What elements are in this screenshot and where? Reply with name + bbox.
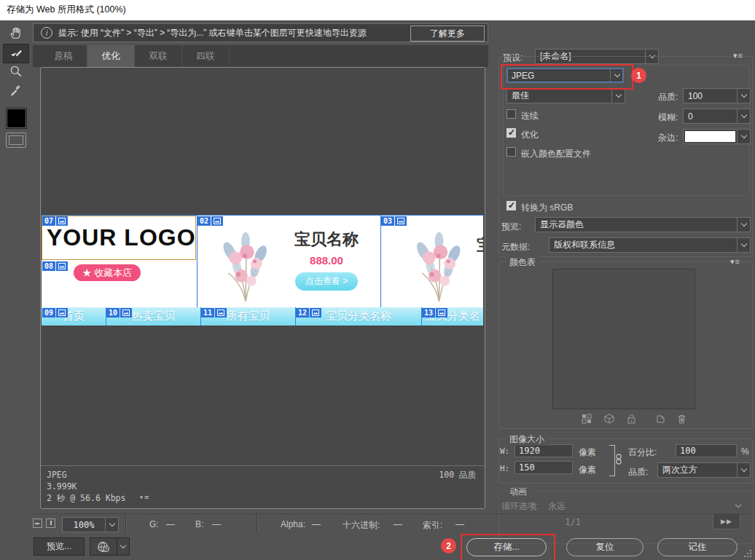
flower-bouquet-left bbox=[206, 218, 286, 304]
link-chain-icon[interactable] bbox=[614, 454, 623, 468]
slice-image-icon bbox=[211, 216, 223, 226]
matte-white-swatch bbox=[685, 131, 735, 142]
width-input[interactable] bbox=[515, 444, 573, 457]
delete-color-icon[interactable] bbox=[676, 412, 688, 425]
convert-srgb-checkbox[interactable] bbox=[506, 201, 516, 210]
tab-optimized[interactable]: 优化 bbox=[87, 45, 135, 67]
color-table-swatches-area[interactable] bbox=[552, 269, 695, 409]
quality-readout: 100 品质 bbox=[439, 470, 476, 481]
snap-to-web-palette-icon[interactable] bbox=[580, 412, 592, 425]
download-time-readout: 2 秒 @ 56.6 Kbps bbox=[47, 493, 125, 504]
slice-badge-09[interactable]: 09 bbox=[42, 308, 68, 318]
blur-dropdown[interactable]: 0 bbox=[683, 109, 751, 124]
statusbar-toggle-a[interactable] bbox=[33, 518, 42, 528]
matte-dropdown[interactable] bbox=[683, 129, 751, 144]
eyedropper-tool-button[interactable] bbox=[4, 82, 28, 100]
loop-options-chevron-icon[interactable] bbox=[732, 500, 744, 512]
chevron-down-icon bbox=[610, 68, 623, 82]
slice-badge-08[interactable]: 08 bbox=[42, 261, 68, 271]
tip-text: 提示: 使用 “文件” > “导出” > “导出为...” 或右键单击某个图层可… bbox=[58, 27, 367, 39]
slice-badge-13[interactable]: 13 bbox=[422, 308, 447, 318]
browser-globe-icon[interactable]: ? bbox=[90, 538, 117, 555]
chevron-down-icon bbox=[105, 518, 118, 532]
select-browser-combo[interactable]: ? bbox=[90, 537, 130, 556]
slice-badge-07[interactable]: 07 bbox=[42, 216, 68, 226]
toggle-slices-visibility-button[interactable] bbox=[6, 133, 26, 148]
step2-badge: 2 bbox=[441, 538, 456, 553]
convert-srgb-label: 转换为 sRGB bbox=[521, 202, 573, 214]
zoom-tool-button[interactable] bbox=[4, 63, 28, 82]
bottom-status-bar: 100% G: — B: — Alpha: — 十六进制: — 索引: — bbox=[33, 513, 755, 534]
color-table-menu-icon[interactable]: ▾≡ bbox=[730, 257, 740, 267]
progressive-label: 连续 bbox=[521, 110, 539, 122]
metadata-label: 元数据: bbox=[501, 241, 530, 253]
tab-2up[interactable]: 双联 bbox=[135, 45, 182, 67]
slice-badge-03[interactable]: 03 bbox=[381, 216, 407, 226]
embed-profile-checkbox[interactable] bbox=[506, 147, 516, 157]
slice-badge-12[interactable]: 12 bbox=[296, 308, 321, 318]
divider bbox=[257, 515, 258, 532]
resample-quality-dropdown[interactable]: 两次立方 bbox=[657, 462, 751, 478]
animation-header: 动画 bbox=[506, 486, 531, 498]
web-shift-cube-icon[interactable] bbox=[603, 412, 615, 425]
metadata-dropdown[interactable]: 版权和联系信息 bbox=[549, 237, 751, 253]
matte-color-swatch[interactable] bbox=[6, 108, 27, 129]
slice-badge-10[interactable]: 10 bbox=[106, 308, 132, 318]
optimized-checkbox[interactable] bbox=[506, 128, 516, 138]
compression-dropdown[interactable]: 最佳 bbox=[506, 88, 625, 103]
height-label: H: bbox=[500, 464, 509, 473]
remember-button[interactable]: 记住 bbox=[657, 538, 738, 556]
percent-label: 百分比: bbox=[628, 446, 657, 459]
chevron-down-icon bbox=[737, 218, 750, 232]
percent-input[interactable] bbox=[676, 444, 737, 457]
hand-tool-button[interactable] bbox=[4, 25, 28, 43]
matte-label: 杂边: bbox=[658, 132, 678, 144]
loop-options-value: 永远 bbox=[548, 500, 566, 513]
preview-tabstrip: 原稿 优化 双联 四联 bbox=[33, 45, 488, 67]
hex-value: — bbox=[394, 519, 402, 529]
index-value: — bbox=[455, 519, 464, 529]
preview-color-dropdown[interactable]: 显示器颜色 bbox=[535, 217, 751, 232]
chevron-down-icon bbox=[611, 89, 625, 103]
preview-canvas[interactable]: YOUR LOGO ★ 收藏本店 宝贝名称 888.00 点击查看 > 宝 首页… bbox=[40, 67, 485, 509]
new-color-icon[interactable] bbox=[654, 412, 666, 425]
lock-color-icon[interactable] bbox=[625, 412, 638, 425]
height-unit: 像素 bbox=[579, 464, 596, 476]
alpha-value: — bbox=[312, 519, 321, 529]
g-label: G: bbox=[149, 519, 159, 529]
slice-image-icon bbox=[120, 308, 132, 318]
chevron-down-icon bbox=[737, 238, 750, 252]
learn-more-button[interactable]: 了解更多 bbox=[410, 25, 485, 42]
slice-badge-02[interactable]: 02 bbox=[197, 216, 223, 226]
preset-menu-icon[interactable]: ▾≡ bbox=[733, 51, 743, 60]
info-icon: i bbox=[41, 27, 52, 39]
quality-dropdown[interactable]: 100 bbox=[683, 88, 751, 103]
format-dropdown[interactable]: JPEG bbox=[506, 68, 624, 83]
slice-badge-11[interactable]: 11 bbox=[201, 308, 227, 318]
preview-in-browser-button[interactable]: 预览... bbox=[34, 537, 85, 556]
reset-button[interactable]: 复位 bbox=[566, 538, 643, 556]
save-for-web-dialog: 存储为 Web 所用格式 (100%) i 提示: 使用 “文件” > “导出”… bbox=[0, 0, 755, 560]
product-block: 宝贝名称 888.00 点击查看 > bbox=[282, 229, 371, 291]
banner-logo-text: YOUR LOGO bbox=[47, 224, 196, 251]
tab-4up[interactable]: 四联 bbox=[182, 45, 230, 67]
alpha-label: Alpha: bbox=[281, 519, 305, 529]
slice-image-icon bbox=[56, 261, 68, 271]
slice-select-tool-button[interactable] bbox=[4, 44, 28, 63]
slice-guide-line bbox=[380, 216, 381, 307]
slice-image-icon bbox=[56, 216, 68, 226]
resize-grip[interactable] bbox=[743, 549, 751, 557]
statusbar-toggle-b[interactable] bbox=[46, 518, 55, 528]
zoom-level-dropdown[interactable]: 100% bbox=[62, 517, 119, 532]
product-price: 888.00 bbox=[282, 254, 371, 267]
height-input[interactable] bbox=[515, 461, 573, 474]
chevron-down-icon[interactable] bbox=[117, 538, 129, 555]
slice-guide-line bbox=[197, 216, 197, 307]
download-speed-menu-icon[interactable]: ▾≡ bbox=[139, 493, 149, 501]
slice-image-icon bbox=[310, 308, 321, 318]
slice-image-icon bbox=[56, 308, 68, 318]
tab-original[interactable]: 原稿 bbox=[40, 45, 87, 67]
optimized-label: 优化 bbox=[521, 129, 539, 141]
step1-badge: 1 bbox=[631, 68, 646, 83]
progressive-checkbox[interactable] bbox=[506, 109, 516, 119]
